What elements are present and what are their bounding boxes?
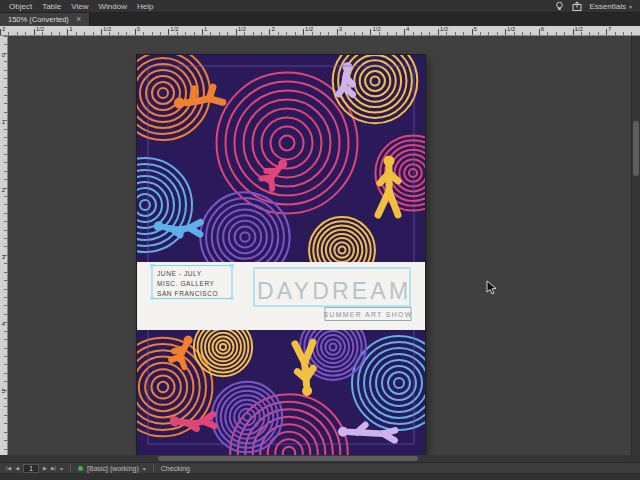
vertical-scrollbar[interactable] bbox=[631, 36, 640, 455]
menu-bar: ObjectTableViewWindowHelp Essentials ▾ bbox=[0, 0, 640, 13]
previous-page-button[interactable]: ◀ bbox=[15, 466, 19, 471]
poster-artwork: JUNE - JULY MISC. GALLERY SAN FRANCISCO … bbox=[137, 55, 425, 455]
workspace-label: Essentials bbox=[590, 2, 626, 11]
workspace-switcher[interactable]: Essentials ▾ bbox=[590, 2, 632, 11]
share-icon[interactable] bbox=[572, 1, 582, 11]
window-bottom-edge bbox=[0, 473, 640, 480]
ruler-label: 4 bbox=[0, 321, 7, 388]
document-tab-bar: 150% (Converted) × bbox=[0, 13, 640, 26]
band-info-line2[interactable]: MISC. GALLERY bbox=[157, 280, 215, 287]
ruler-label: 1/2 bbox=[34, 26, 68, 33]
ruler-label: 1/2 bbox=[236, 26, 270, 33]
menu-item[interactable]: View bbox=[66, 2, 93, 11]
ruler-label: 1 bbox=[67, 26, 101, 33]
menu-item[interactable]: Table bbox=[37, 2, 66, 11]
page-menu-chevron-icon[interactable]: ▾ bbox=[60, 465, 63, 472]
horizontal-ruler[interactable]: 21/211/201/211/221/231/241/251/261/27 bbox=[0, 26, 640, 36]
ruler-label: 7 bbox=[606, 26, 640, 33]
preflight-profile[interactable]: [Basic] (working) bbox=[87, 465, 139, 472]
title-band: JUNE - JULY MISC. GALLERY SAN FRANCISCO … bbox=[137, 262, 425, 330]
ruler-label: 5 bbox=[0, 388, 7, 455]
band-info-line1[interactable]: JUNE - JULY bbox=[157, 270, 202, 277]
ruler-label: 0 bbox=[0, 52, 7, 119]
ruler-label: 1/2 bbox=[303, 26, 337, 33]
preflight-menu-chevron-icon[interactable]: ▾ bbox=[143, 465, 146, 472]
divider bbox=[153, 464, 154, 472]
application-window: ObjectTableViewWindowHelp Essentials ▾ 1… bbox=[0, 0, 640, 480]
ruler-label: 6 bbox=[539, 26, 573, 33]
ruler-label: 2 bbox=[269, 26, 303, 33]
preflight-checking-status: Checking bbox=[161, 465, 190, 472]
ruler-label: 3 bbox=[0, 254, 7, 321]
horizontal-scrollbar[interactable] bbox=[8, 455, 631, 462]
ruler-label: 1/2 bbox=[572, 26, 606, 33]
vertical-scrollbar-thumb[interactable] bbox=[633, 121, 639, 176]
poster-subtitle[interactable]: SUMMER ART SHOW bbox=[323, 311, 412, 318]
first-page-button[interactable]: |◀ bbox=[6, 466, 11, 471]
status-bar: |◀ ◀ 1 ▶ ▶| ▾ [Basic] (working) ▾ Checki… bbox=[0, 462, 640, 473]
frame-handle[interactable] bbox=[231, 297, 233, 299]
horizontal-scrollbar-thumb[interactable] bbox=[158, 456, 418, 461]
menu-bar-right: Essentials ▾ bbox=[555, 1, 640, 11]
poster-document[interactable]: JUNE - JULY MISC. GALLERY SAN FRANCISCO … bbox=[137, 55, 425, 455]
ruler-label: 4 bbox=[404, 26, 438, 33]
frame-handle[interactable] bbox=[151, 264, 153, 266]
divider bbox=[70, 464, 71, 472]
ruler-label: 1/2 bbox=[370, 26, 404, 33]
vertical-ruler[interactable]: 012345 bbox=[0, 36, 8, 455]
ruler-label: 1/2 bbox=[168, 26, 202, 33]
ruler-label: 1 bbox=[0, 119, 7, 186]
lightbulb-icon[interactable] bbox=[555, 1, 564, 11]
ruler-label: 1/2 bbox=[505, 26, 539, 33]
next-page-button[interactable]: ▶ bbox=[43, 466, 47, 471]
last-page-button[interactable]: ▶| bbox=[51, 466, 56, 471]
canvas[interactable]: JUNE - JULY MISC. GALLERY SAN FRANCISCO … bbox=[8, 36, 631, 455]
frame-handle[interactable] bbox=[231, 264, 233, 266]
ruler-label: 1 bbox=[202, 26, 236, 33]
ruler-label: 1/2 bbox=[438, 26, 472, 33]
ruler-label: 1/2 bbox=[101, 26, 135, 33]
mouse-cursor bbox=[486, 280, 497, 295]
ruler-label: 2 bbox=[0, 26, 34, 33]
ruler-label: 5 bbox=[471, 26, 505, 33]
document-tab[interactable]: 150% (Converted) × bbox=[0, 13, 90, 26]
preflight-status-dot-icon bbox=[78, 466, 83, 471]
poster-title[interactable]: DAYDREAM bbox=[257, 278, 411, 304]
close-icon[interactable]: × bbox=[76, 15, 81, 24]
frame-handle[interactable] bbox=[151, 297, 153, 299]
ruler-label: 2 bbox=[0, 187, 7, 254]
menu-item[interactable]: Object bbox=[4, 2, 37, 11]
menu-item[interactable]: Help bbox=[132, 2, 158, 11]
ruler-label: 3 bbox=[337, 26, 371, 33]
ruler-label: 0 bbox=[135, 26, 169, 33]
menu-item[interactable]: Window bbox=[93, 2, 131, 11]
page-number-field[interactable]: 1 bbox=[23, 464, 39, 473]
document-tab-label: 150% (Converted) bbox=[8, 15, 69, 24]
band-info-line3[interactable]: SAN FRANCISCO bbox=[157, 290, 218, 297]
chevron-down-icon: ▾ bbox=[629, 3, 632, 10]
